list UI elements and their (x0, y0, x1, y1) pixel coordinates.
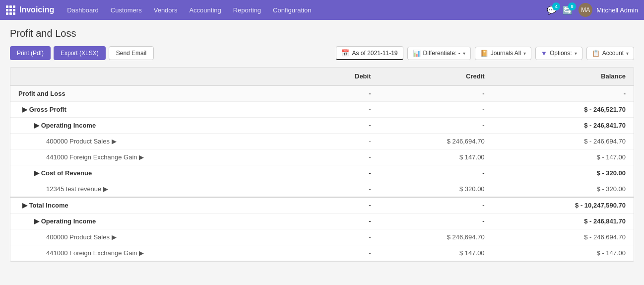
row-debit: - (311, 181, 379, 198)
row-debit: - (311, 214, 379, 229)
report-table-wrap: Debit Credit Balance Profit and Loss - -… (10, 67, 634, 262)
row-label: ▶ Operating Income (10, 118, 311, 134)
user-avatar: MA (579, 3, 592, 17)
chart-icon: 📊 (413, 50, 421, 57)
account-arrow: ▾ (626, 51, 629, 56)
differentiate-label: Differentiate: - (423, 50, 460, 57)
nav-configuration[interactable]: Configuration (268, 3, 316, 17)
row-credit: $ 147.00 (379, 245, 493, 261)
row-balance: $ - 320.00 (493, 165, 634, 181)
messages-icon[interactable]: 💬 4 (547, 5, 557, 15)
logo-area[interactable]: Invoicing (6, 5, 54, 15)
date-filter-button[interactable]: 📅 As of 2021-11-19 (336, 46, 403, 60)
col-balance: Balance (493, 68, 634, 85)
row-balance: - (493, 85, 634, 102)
account-filter-button[interactable]: 📋 Account ▾ (586, 47, 634, 60)
user-menu[interactable]: MA Mitchell Admin (579, 3, 638, 17)
activity-icon[interactable]: 🔄 8 (563, 5, 573, 15)
row-credit: - (379, 102, 493, 118)
print-button[interactable]: Print (Pdf) (10, 46, 51, 60)
differentiate-arrow: ▾ (463, 51, 465, 56)
row-label: 441000 Foreign Exchange Gain ▶ (10, 149, 311, 165)
filter-icon: ▼ (541, 50, 547, 57)
table-row: ▶ Operating Income - - $ - 246,841.70 (10, 118, 634, 134)
nav-dashboard[interactable]: Dashboard (62, 3, 104, 17)
row-debit: - (311, 149, 379, 165)
nav-content: Invoicing Dashboard Customers Vendors Ac… (6, 3, 638, 17)
send-email-button[interactable]: Send Email (109, 46, 154, 60)
row-expand-icon: ▶ (103, 185, 108, 193)
table-row[interactable]: 12345 test revenue ▶ - $ 320.00 $ - 320.… (10, 181, 634, 198)
row-label: 400000 Product Sales ▶ (10, 134, 311, 149)
row-debit: - (311, 229, 379, 245)
table-row[interactable]: 400000 Product Sales ▶ - $ 246,694.70 $ … (10, 229, 634, 245)
row-expand-icon: ▶ (139, 153, 144, 161)
row-debit: - (311, 85, 379, 102)
nav-vendors[interactable]: Vendors (149, 3, 183, 17)
nav-accounting[interactable]: Accounting (184, 3, 226, 17)
table-row: ▶ Cost of Revenue - - $ - 320.00 (10, 165, 634, 181)
table-row[interactable]: 400000 Product Sales ▶ - $ 246,694.70 $ … (10, 134, 634, 149)
row-credit: $ 147.00 (379, 149, 493, 165)
row-label: 400000 Product Sales ▶ (10, 229, 311, 245)
row-balance: $ - 246,841.70 (493, 214, 634, 229)
row-debit: - (311, 245, 379, 261)
row-balance: $ - 246,694.70 (493, 229, 634, 245)
row-credit: $ 246,694.70 (379, 134, 493, 149)
options-arrow: ▾ (575, 51, 577, 56)
row-debit: - (311, 134, 379, 149)
messages-badge: 4 (552, 2, 560, 10)
top-navigation: Invoicing Dashboard Customers Vendors Ac… (0, 0, 644, 20)
row-label: ▶ Gross Profit (10, 102, 311, 118)
row-debit: - (311, 197, 379, 214)
toolbar-right: 📅 As of 2021-11-19 📊 Differentiate: - ▾ … (336, 46, 634, 60)
nav-right: 💬 4 🔄 8 MA Mitchell Admin (547, 3, 638, 17)
row-prefix: ▶ (34, 217, 41, 225)
row-debit: - (311, 102, 379, 118)
row-expand-icon: ▶ (112, 138, 117, 145)
row-expand-icon: ▶ (112, 233, 117, 241)
table-row[interactable]: 441000 Foreign Exchange Gain ▶ - $ 147.0… (10, 149, 634, 165)
table-row[interactable]: 441000 Foreign Exchange Gain ▶ - $ 147.0… (10, 245, 634, 261)
export-button[interactable]: Export (XLSX) (54, 46, 106, 60)
journals-label: Journals All (491, 50, 521, 57)
user-name: Mitchell Admin (596, 6, 638, 14)
app-name: Invoicing (19, 5, 54, 14)
row-credit: - (379, 85, 493, 102)
journals-filter-button[interactable]: 📔 Journals All ▾ (475, 47, 531, 60)
table-row: ▶ Operating Income - - $ - 246,841.70 (10, 214, 634, 229)
row-label: ▶ Cost of Revenue (10, 165, 311, 181)
row-prefix: ▶ (34, 122, 41, 129)
row-balance: $ - 320.00 (493, 181, 634, 198)
grid-icon[interactable] (6, 5, 15, 15)
row-debit: - (311, 165, 379, 181)
chart-filter-button[interactable]: 📊 Differentiate: - ▾ (407, 47, 471, 60)
date-label: As of 2021-11-19 (352, 50, 397, 57)
report-table: Debit Credit Balance Profit and Loss - -… (10, 68, 634, 261)
row-prefix: ▶ (34, 169, 41, 177)
row-credit: $ 246,694.70 (379, 229, 493, 245)
row-credit: - (379, 165, 493, 181)
table-row: ▶ Gross Profit - - $ - 246,521.70 (10, 102, 634, 118)
activity-badge: 8 (568, 2, 576, 10)
table-row: Profit and Loss - - - (10, 85, 634, 102)
row-prefix: ▶ (22, 202, 29, 209)
nav-customers[interactable]: Customers (106, 3, 147, 17)
row-label: Profit and Loss (10, 85, 311, 102)
row-label: ▶ Total Income (10, 197, 311, 214)
row-credit: $ 320.00 (379, 181, 493, 198)
page-title: Profit and Loss (10, 28, 634, 39)
options-filter-button[interactable]: ▼ Options: ▾ (535, 47, 582, 60)
nav-menu: Dashboard Customers Vendors Accounting R… (62, 3, 547, 17)
row-label: ▶ Operating Income (10, 214, 311, 229)
toolbar-left: Print (Pdf) Export (XLSX) Send Email (10, 46, 336, 60)
page-content: Profit and Loss Print (Pdf) Export (XLSX… (0, 20, 644, 285)
col-credit: Credit (379, 68, 493, 85)
row-balance: $ - 246,521.70 (493, 102, 634, 118)
row-balance: $ - 246,694.70 (493, 134, 634, 149)
table-row: ▶ Total Income - - $ - 10,247,590.70 (10, 197, 634, 214)
table-scroll[interactable]: Debit Credit Balance Profit and Loss - -… (10, 68, 634, 261)
nav-reporting[interactable]: Reporting (228, 3, 266, 17)
table-body: Profit and Loss - - - ▶ Gross Profit - -… (10, 85, 634, 261)
row-label: 441000 Foreign Exchange Gain ▶ (10, 245, 311, 261)
